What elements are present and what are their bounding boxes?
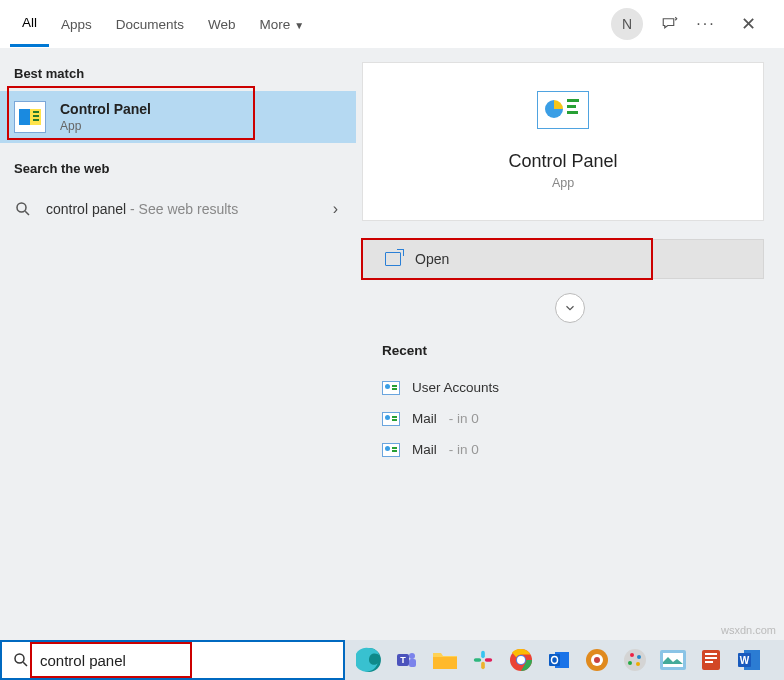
- open-icon: [385, 252, 401, 266]
- svg-rect-10: [481, 651, 485, 658]
- svg-point-22: [594, 657, 600, 663]
- svg-point-27: [636, 662, 640, 666]
- svg-rect-31: [705, 653, 717, 655]
- app-icon[interactable]: [581, 644, 613, 676]
- svg-rect-33: [705, 661, 713, 663]
- taskbar: T W: [345, 640, 784, 680]
- tab-more[interactable]: More ▼: [248, 3, 316, 46]
- results-panel: Best match Control Panel App Search the …: [0, 48, 356, 640]
- teams-icon[interactable]: T: [391, 644, 423, 676]
- app-icon[interactable]: [695, 644, 727, 676]
- search-icon: [12, 651, 30, 669]
- open-action[interactable]: Open: [362, 239, 764, 279]
- chrome-icon[interactable]: [505, 644, 537, 676]
- detail-panel: Control Panel App Open Recent User Accou…: [356, 48, 784, 640]
- tab-apps[interactable]: Apps: [49, 3, 104, 46]
- word-icon[interactable]: W: [733, 644, 765, 676]
- tab-all[interactable]: All: [10, 1, 49, 47]
- file-explorer-icon[interactable]: [429, 644, 461, 676]
- open-label: Open: [415, 251, 449, 267]
- recent-item[interactable]: User Accounts: [382, 372, 764, 403]
- detail-card: Control Panel App: [362, 62, 764, 221]
- control-panel-icon: [382, 443, 400, 457]
- filter-tabs: All Apps Documents Web More ▼ N ··· ✕: [0, 0, 784, 48]
- detail-title: Control Panel: [363, 151, 763, 172]
- svg-point-25: [637, 655, 641, 659]
- recent-item[interactable]: Mail - in 0: [382, 434, 764, 465]
- search-input[interactable]: [40, 652, 333, 669]
- svg-rect-11: [474, 658, 481, 662]
- more-options-icon[interactable]: ···: [697, 15, 715, 33]
- search-icon: [14, 200, 32, 218]
- chevron-down-icon: ▼: [294, 20, 304, 31]
- tab-web[interactable]: Web: [196, 3, 248, 46]
- svg-point-26: [628, 661, 632, 665]
- svg-point-2: [15, 654, 24, 663]
- best-match-label: Best match: [0, 48, 356, 91]
- detail-subtitle: App: [363, 176, 763, 190]
- svg-point-16: [517, 656, 525, 664]
- slack-icon[interactable]: [467, 644, 499, 676]
- app-icon[interactable]: [657, 644, 689, 676]
- web-result-text: control panel - See web results: [46, 201, 238, 217]
- result-subtitle: App: [60, 119, 151, 133]
- web-result-row[interactable]: control panel - See web results ›: [0, 186, 356, 232]
- edge-icon[interactable]: [353, 644, 385, 676]
- svg-point-0: [17, 203, 26, 212]
- footer: T W: [0, 640, 784, 680]
- watermark: wsxdn.com: [721, 624, 776, 636]
- svg-rect-8: [409, 659, 416, 667]
- svg-rect-12: [481, 662, 485, 669]
- svg-rect-32: [705, 657, 717, 659]
- feedback-icon[interactable]: [661, 15, 679, 33]
- svg-text:T: T: [400, 655, 406, 665]
- recent-item[interactable]: Mail - in 0: [382, 403, 764, 434]
- control-panel-large-icon: [537, 91, 589, 129]
- best-match-result[interactable]: Control Panel App: [0, 91, 356, 143]
- svg-rect-13: [485, 658, 492, 662]
- search-box[interactable]: [0, 640, 345, 680]
- expand-button[interactable]: [555, 293, 585, 323]
- recent-label: Recent: [382, 343, 764, 358]
- svg-point-23: [624, 649, 646, 671]
- close-button[interactable]: ✕: [733, 9, 764, 39]
- app-icon[interactable]: [619, 644, 651, 676]
- svg-text:W: W: [740, 655, 750, 666]
- svg-point-7: [409, 653, 415, 659]
- svg-line-3: [23, 662, 27, 666]
- search-web-label: Search the web: [0, 143, 356, 186]
- tab-documents[interactable]: Documents: [104, 3, 196, 46]
- control-panel-icon: [382, 381, 400, 395]
- chevron-right-icon: ›: [333, 200, 342, 218]
- svg-point-24: [630, 653, 634, 657]
- control-panel-icon: [382, 412, 400, 426]
- svg-rect-9: [433, 657, 457, 669]
- highlight-annotation-2: [361, 238, 653, 280]
- result-title: Control Panel: [60, 101, 151, 117]
- user-avatar[interactable]: N: [611, 8, 643, 40]
- control-panel-icon: [14, 101, 46, 133]
- svg-line-1: [25, 211, 29, 215]
- outlook-icon[interactable]: [543, 644, 575, 676]
